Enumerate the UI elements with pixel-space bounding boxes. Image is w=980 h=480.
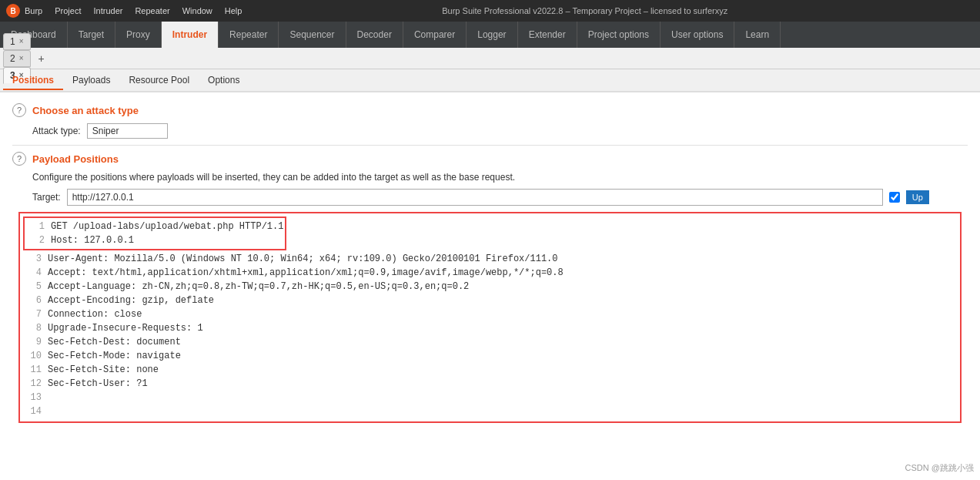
request-line-14: 14 [23,404,957,418]
request-line-13: 13 [23,391,957,404]
line-number: 9 [23,335,42,349]
line-number: 12 [23,377,42,391]
main-nav-tab-repeater[interactable]: Repeater [219,22,279,48]
add-tab-button[interactable]: + [32,51,51,66]
request-editor[interactable]: 1GET /upload-labs/upload/webat.php HTTP/… [18,212,962,423]
main-nav-tab-decoder[interactable]: Decoder [346,22,403,48]
menu-item-intruder[interactable]: Intruder [94,6,123,15]
sub-tab-label-1: 1 [10,36,15,47]
highlighted-lines-box: 1GET /upload-labs/upload/webat.php HTTP/… [23,217,286,250]
line-number: 8 [23,321,42,335]
payload-positions-desc: Configure the positions where payloads w… [32,172,968,183]
divider [12,145,968,146]
line-number: 3 [23,252,42,266]
title-bar: B BurpProjectIntruderRepeaterWindowHelp … [0,0,980,22]
line-content: Sec-Fetch-Mode: navigate [48,349,181,363]
sub-tab-label-2: 2 [10,53,15,64]
app-logo: B BurpProjectIntruderRepeaterWindowHelp [6,4,242,18]
request-line-4: 4Accept: text/html,application/xhtml+xml… [23,266,957,280]
sub-tab-close-2[interactable]: × [19,54,24,62]
menu-bar[interactable]: BurpProjectIntruderRepeaterWindowHelp [25,6,242,15]
main-nav-tab-logger[interactable]: Logger [467,22,517,48]
request-line-1: 1GET /upload-labs/upload/webat.php HTTP/… [26,220,283,233]
attack-type-title: Choose an attack type [32,105,139,116]
payload-positions-title: Payload Positions [32,153,119,165]
line-content: Sec-Fetch-Dest: document [48,335,181,349]
watermark: CSDN @跳跳小强 [905,462,974,474]
main-nav-tab-extender[interactable]: Extender [518,22,577,48]
line-content: Sec-Fetch-Site: none [48,363,159,377]
request-line-2: 2Host: 127.0.0.1 [26,233,283,247]
main-nav-tab-learn[interactable]: Learn [734,22,781,48]
section-tabs: PositionsPayloadsResource PoolOptions [0,69,980,92]
attack-type-help-icon[interactable]: ? [12,103,26,117]
main-nav-tab-proxy[interactable]: Proxy [115,22,162,48]
payload-positions-help-icon[interactable]: ? [12,152,26,166]
request-line-5: 5Accept-Language: zh-CN,zh;q=0.8,zh-TW;q… [23,280,957,294]
menu-item-burp[interactable]: Burp [25,6,42,15]
sub-tab-1[interactable]: 1× [3,33,31,50]
target-row: Target: Up [32,189,968,206]
line-number: 13 [23,391,42,404]
line-number: 7 [23,307,42,321]
section-tab-payloads[interactable]: Payloads [63,72,119,90]
line-content: User-Agent: Mozilla/5.0 (Windows NT 10.0… [48,252,558,266]
burp-logo-icon: B [6,4,20,18]
line-content: Accept-Encoding: gzip, deflate [48,294,214,307]
update-button[interactable]: Up [906,190,929,204]
line-number: 2 [26,233,45,247]
main-nav-tab-target[interactable]: Target [68,22,115,48]
request-line-7: 7Connection: close [23,307,957,321]
menu-item-help[interactable]: Help [225,6,242,15]
section-tab-resource-pool[interactable]: Resource Pool [119,72,199,90]
request-line-11: 11Sec-Fetch-Site: none [23,363,957,377]
sub-tabs-row: 1×2×3× + [0,48,980,69]
line-number: 4 [23,266,42,280]
request-line-9: 9Sec-Fetch-Dest: document [23,335,957,349]
window-title: Burp Suite Professional v2022.8 – Tempor… [442,6,727,15]
request-line-8: 8Upgrade-Insecure-Requests: 1 [23,321,957,335]
main-nav-tab-project-options[interactable]: Project options [577,22,661,48]
main-nav-tab-sequencer[interactable]: Sequencer [279,22,346,48]
line-content: Accept: text/html,application/xhtml+xml,… [48,266,564,280]
line-number: 6 [23,294,42,307]
line-content: Host: 127.0.0.1 [51,233,134,247]
line-content: GET /upload-labs/upload/webat.php HTTP/1… [51,220,283,233]
section-tab-options[interactable]: Options [199,72,249,90]
request-line-6: 6Accept-Encoding: gzip, deflate [23,294,957,307]
main-nav-tab-user-options[interactable]: User options [661,22,734,48]
request-line-12: 12Sec-Fetch-User: ?1 [23,377,957,391]
request-line-10: 10Sec-Fetch-Mode: navigate [23,349,957,363]
content-area: ? Choose an attack type Attack type: Sni… [0,92,980,480]
target-label: Target: [32,192,61,203]
line-content: Sec-Fetch-User: ?1 [48,377,148,391]
line-number: 11 [23,363,42,377]
request-line-3: 3User-Agent: Mozilla/5.0 (Windows NT 10.… [23,252,957,266]
payload-positions-header: ? Payload Positions [12,152,968,166]
sub-tab-close-1[interactable]: × [19,37,24,45]
sub-tab-2[interactable]: 2× [3,50,31,67]
main-nav: DashboardTargetProxyIntruderRepeaterSequ… [0,22,980,48]
line-content: Connection: close [48,307,142,321]
attack-type-header: ? Choose an attack type [12,103,968,117]
menu-item-window[interactable]: Window [182,6,212,15]
main-nav-tab-intruder[interactable]: Intruder [162,22,219,48]
attack-type-select[interactable]: SniperBattering ramPitchforkCluster bomb [87,123,168,139]
line-number: 10 [23,349,42,363]
target-input[interactable] [67,189,883,206]
update-checkbox[interactable] [889,192,900,203]
line-number: 14 [23,404,42,418]
menu-item-project[interactable]: Project [55,6,81,15]
main-nav-tab-comparer[interactable]: Comparer [403,22,467,48]
menu-item-repeater[interactable]: Repeater [135,6,169,15]
line-content: Accept-Language: zh-CN,zh;q=0.8,zh-TW;q=… [48,280,469,294]
line-content: Upgrade-Insecure-Requests: 1 [48,321,203,335]
line-number: 1 [26,220,45,233]
line-number: 5 [23,280,42,294]
attack-type-label: Attack type: [32,126,81,136]
request-rest-lines: 3User-Agent: Mozilla/5.0 (Windows NT 10.… [23,252,957,418]
attack-type-row: Attack type: SniperBattering ramPitchfor… [32,123,968,139]
section-tab-positions[interactable]: Positions [3,72,63,90]
